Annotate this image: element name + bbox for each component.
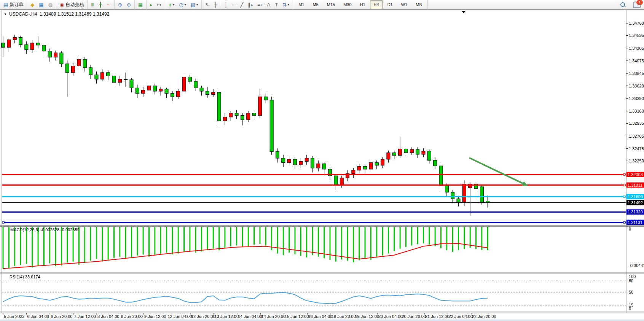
timeframe-h1-button[interactable]: H1 (356, 0, 369, 9)
timeframe-mn-button[interactable]: MN (412, 0, 426, 9)
signals-icon: ◍ (48, 2, 53, 7)
candle-body (247, 113, 250, 120)
signals-button[interactable]: ◍ (46, 0, 54, 9)
timeframe-h4-button[interactable]: H4 (370, 0, 383, 9)
rsi-axis-label: 50 (629, 290, 633, 294)
price-tick-label: 1.34305 (629, 46, 644, 51)
price-level-tag-label: 1.31811 (628, 183, 642, 188)
horizontal-line-button[interactable]: ─ (230, 0, 238, 9)
chart-canvas[interactable]: 1.347601.345351.343051.340751.338451.336… (0, 10, 644, 321)
candle-body (352, 170, 355, 174)
bar-chart-icon: Ⅲ (91, 2, 94, 7)
collapse-arrow-icon[interactable]: ▼ (4, 13, 7, 16)
button-label: 新订单 (10, 2, 23, 8)
bar-chart-button[interactable]: Ⅲ (89, 0, 96, 9)
dropdown-arrow-icon[interactable]: ▾ (185, 3, 186, 6)
line-handle[interactable] (2, 221, 4, 223)
price-level-tag-label: 1.31320 (628, 210, 643, 214)
chat-icon[interactable]: 1 (633, 2, 641, 8)
line-handle[interactable] (623, 195, 625, 197)
candle-body (282, 158, 285, 163)
candle-body (445, 186, 448, 192)
time-tick-label: 19 Jun 12:00 (355, 314, 379, 319)
autotrading-button[interactable]: ◉自动交易 (58, 0, 86, 9)
candlestick-button[interactable]: ╂ (97, 0, 104, 9)
new-order-button[interactable]: ▤新订单 (2, 0, 25, 9)
template-button[interactable]: ▧▾ (189, 0, 200, 9)
auto-scroll-button[interactable]: ▸ (148, 0, 155, 9)
trendline-button[interactable]: ╱ (238, 0, 245, 9)
candle-body (270, 100, 273, 152)
button-label: H4 (372, 2, 381, 7)
line-chart-button[interactable]: ∼ (105, 0, 113, 9)
toolbar-group: │─╱∥E≡FAT⇅▾ (221, 0, 293, 10)
indicators-button[interactable]: +▾ (167, 0, 177, 9)
notification-badge: 1 (636, 0, 643, 5)
button-label: M5 (311, 2, 320, 7)
toolbar-group: ◆▦◍ (27, 0, 56, 10)
timeframe-m15-button[interactable]: M15 (323, 0, 339, 9)
shapes-button[interactable]: ⇅▾ (281, 0, 291, 9)
zoom-out-button[interactable]: ⊖ (125, 0, 133, 9)
auto-scroll-icon: ▸ (150, 2, 153, 7)
candle-body (276, 152, 279, 158)
fibonacci-button[interactable]: ≡F (255, 0, 264, 9)
chart-background (0, 10, 644, 321)
candle-body (95, 75, 98, 79)
candle-body (77, 59, 81, 66)
text-label-button[interactable]: T (273, 0, 280, 9)
time-tick-label: 12 Jun 20:00 (191, 314, 215, 319)
text-button[interactable]: A (265, 0, 273, 9)
timeframe-w1-button[interactable]: W1 (397, 0, 411, 9)
chart-shift-button[interactable]: ↦ (155, 0, 163, 9)
zoom-in-button[interactable]: ⊕ (116, 0, 124, 9)
chart-widget-button[interactable]: ◆ (29, 0, 36, 9)
chart-window[interactable]: 1.347601.345351.343051.340751.338451.336… (0, 10, 644, 321)
price-tick-label: 1.34075 (629, 59, 644, 63)
period-clock-button[interactable]: ◷▾ (177, 0, 188, 9)
price-level-tag-label: 1.31492 (628, 200, 643, 205)
timeframe-m30-button[interactable]: M30 (340, 0, 355, 9)
autotrading-icon: ◉ (60, 2, 64, 7)
timeframe-m5-button[interactable]: M5 (309, 0, 322, 9)
crosshair-button[interactable]: ┼ (212, 0, 219, 9)
price-tick-label: 1.32475 (629, 146, 644, 151)
time-tick-label: 21 Jun 12:00 (425, 314, 450, 319)
timeframe-d1-button[interactable]: D1 (384, 0, 397, 9)
timeframe-m1-button[interactable]: M1 (295, 0, 308, 9)
line-handle[interactable] (623, 173, 625, 175)
cursor-icon: ↖ (205, 2, 209, 7)
candle-body (159, 89, 163, 91)
candle-body (229, 113, 233, 117)
tile-windows-button[interactable]: ▦ (136, 0, 145, 9)
candle-body (322, 164, 326, 169)
candle-body (305, 158, 308, 162)
toolbar: ▤新订单◆▦◍◉自动交易Ⅲ╂∼⊕⊖▦▸↦+▾◷▾▧▾↖┼│─╱∥E≡FAT⇅▾M… (0, 0, 644, 10)
candle-body (404, 149, 408, 153)
dropdown-arrow-icon[interactable]: ▾ (173, 3, 174, 6)
market-watch-button[interactable]: ▦ (37, 0, 45, 9)
candle-body (142, 90, 145, 94)
trendline-icon: ╱ (240, 2, 243, 7)
channel-button[interactable]: ∥E (246, 0, 255, 9)
search-icon[interactable] (620, 2, 625, 7)
candle-body (340, 178, 343, 184)
candle-body (182, 77, 186, 91)
candle-body (258, 97, 261, 115)
line-handle[interactable] (623, 221, 625, 223)
vertical-line-button[interactable]: │ (223, 0, 230, 9)
time-tick-label: 13 Jun 12:00 (215, 314, 239, 319)
time-tick-label: 15 Jun 12:00 (285, 314, 309, 319)
button-label: H1 (358, 2, 367, 7)
dropdown-arrow-icon[interactable]: ▾ (196, 3, 198, 6)
candle-body (30, 43, 34, 49)
crosshair-icon: ┼ (214, 2, 217, 7)
toolbar-group: ▤新订单 (0, 0, 27, 10)
dropdown-arrow-icon[interactable]: ▾ (288, 3, 289, 6)
line-handle[interactable] (623, 184, 625, 186)
candle-body (410, 149, 413, 153)
candle-body (124, 79, 128, 79)
candle-body (165, 89, 168, 94)
candle-body (264, 97, 268, 100)
cursor-button[interactable]: ↖ (203, 0, 211, 9)
